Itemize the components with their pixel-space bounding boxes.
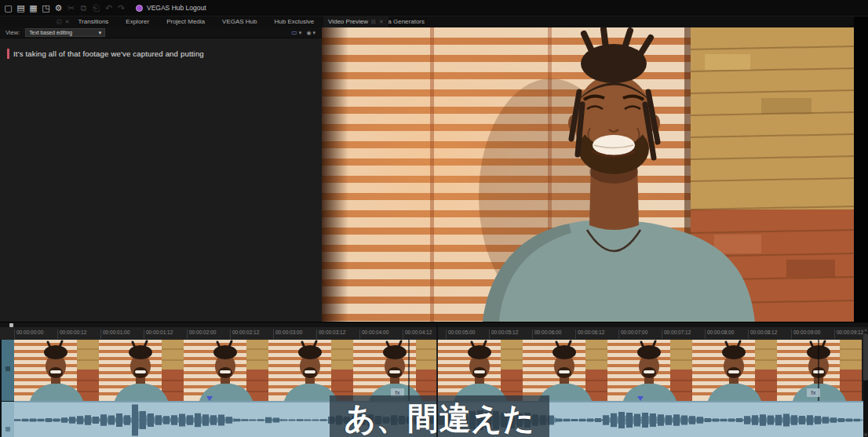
timeline-scrollbar[interactable]: ▲ ▼ bbox=[863, 327, 868, 437]
save-project-icon[interactable]: ▦ bbox=[28, 2, 38, 14]
toolbar-icon-strip: ▢▤▦◳⚙✂⧉⎗↶↷ bbox=[3, 2, 126, 14]
preview-right-gutter bbox=[854, 16, 868, 322]
scroll-up-icon[interactable]: ▲ bbox=[863, 327, 868, 333]
view-mode-dropdown[interactable]: Text based editing ▾ bbox=[25, 28, 105, 37]
vegas-hub-icon bbox=[136, 5, 143, 12]
redo-icon: ↷ bbox=[116, 2, 126, 14]
ruler-tick: 00:00:00:12 bbox=[57, 330, 86, 339]
chevron-down-icon: ▾ bbox=[312, 30, 315, 36]
video-clip-thumbnail[interactable] bbox=[14, 340, 99, 401]
cut-icon: ✂ bbox=[66, 2, 76, 14]
ruler-tick: 00:00:03:00 bbox=[273, 330, 302, 339]
view-bar-actions: ▭ ▾ ◉ ▾ bbox=[291, 29, 315, 36]
vegas-hub-label: VEGAS Hub Logout bbox=[147, 4, 206, 12]
ruler-tick: 00:00:06:00 bbox=[532, 330, 561, 339]
undo-icon: ↶ bbox=[104, 2, 114, 14]
ruler-tick: 00:00:08:12 bbox=[748, 330, 777, 339]
preview-close-icon[interactable]: ✕ bbox=[379, 16, 384, 27]
main-toolbar: ▢▤▦◳⚙✂⧉⎗↶↷ VEGAS Hub Logout bbox=[0, 0, 868, 16]
ruler-tick: 00:00:07:12 bbox=[662, 330, 691, 339]
ruler-tick: 00:00:04:00 bbox=[359, 330, 388, 339]
video-preview-tab-label: Video Preview bbox=[328, 16, 368, 27]
transcript-line[interactable]: It's taking all of that footage we've ca… bbox=[7, 49, 322, 59]
video-clip-thumbnail[interactable] bbox=[523, 340, 607, 401]
playhead-cursor[interactable] bbox=[436, 322, 438, 437]
view-bar: View: Text based editing ▾ ▭ ▾ ◉ ▾ bbox=[0, 27, 322, 38]
panel-tab-row: ◱ ✕ TransitionsExplorerProject MediaVEGA… bbox=[0, 16, 868, 27]
video-clip-thumbnail[interactable] bbox=[184, 340, 268, 401]
ruler-tick: 00:00:00:00 bbox=[14, 330, 43, 339]
video-clip-thumbnail[interactable] bbox=[438, 340, 523, 401]
track-header-column bbox=[0, 340, 14, 437]
tab-vegas-hub[interactable]: VEGAS Hub bbox=[213, 16, 265, 27]
dock-float-icon[interactable]: ◱ bbox=[57, 19, 62, 25]
loop-playback-button[interactable]: ◉ ▾ bbox=[306, 30, 315, 36]
loop-icon: ◉ bbox=[306, 30, 311, 36]
ruler-tick: 00:00:09:00 bbox=[791, 330, 820, 339]
ruler-tick: 00:00:05:12 bbox=[489, 330, 518, 339]
ruler-tick: 00:00:06:12 bbox=[575, 330, 604, 339]
track-button-icon[interactable] bbox=[5, 366, 10, 371]
chevron-down-icon: ▾ bbox=[99, 30, 101, 36]
preview-float-icon[interactable]: ⊟ bbox=[371, 16, 376, 27]
video-track-header[interactable] bbox=[2, 340, 14, 401]
vegas-hub-button[interactable]: VEGAS Hub Logout bbox=[136, 4, 206, 12]
ruler-tick: 00:00:09:12 bbox=[834, 330, 863, 339]
video-clip-thumbnail[interactable] bbox=[692, 340, 777, 401]
video-preview-panel[interactable] bbox=[322, 27, 854, 322]
ruler-tick: 00:00:04:12 bbox=[403, 330, 432, 339]
transcript-text: It's taking all of that footage we've ca… bbox=[13, 49, 204, 58]
open-project-icon[interactable]: ▤ bbox=[16, 2, 26, 14]
ruler-tick: 00:00:03:12 bbox=[316, 330, 345, 339]
ruler-tick: 00:00:01:12 bbox=[144, 330, 173, 339]
ruler-tick: 00:00:08:00 bbox=[705, 330, 734, 339]
timeline-panel[interactable]: 00:00:00:0000:00:00:1200:00:01:0000:00:0… bbox=[0, 322, 868, 437]
ruler-tick: 00:00:02:12 bbox=[230, 330, 259, 339]
view-mode-value: Text based editing bbox=[29, 30, 72, 35]
tab-hub-exclusive[interactable]: Hub Exclusive bbox=[266, 16, 323, 27]
vegas-editor-window: ▢▤▦◳⚙✂⧉⎗↶↷ VEGAS Hub Logout ◱ ✕ Transiti… bbox=[0, 0, 868, 437]
event-marker-icon[interactable] bbox=[637, 396, 644, 401]
audio-track-header[interactable] bbox=[2, 402, 14, 437]
render-as-icon[interactable]: ◳ bbox=[41, 2, 51, 14]
ruler-tick: 00:00:02:00 bbox=[187, 330, 216, 339]
clip-boundary[interactable] bbox=[408, 340, 410, 401]
chevron-down-icon: ▾ bbox=[299, 30, 302, 36]
properties-gear-icon[interactable]: ⚙ bbox=[53, 2, 64, 14]
view-label: View: bbox=[5, 29, 20, 36]
event-marker-icon[interactable] bbox=[206, 396, 213, 401]
tab-project-media[interactable]: Project Media bbox=[158, 16, 213, 27]
new-project-icon[interactable]: ▢ bbox=[3, 2, 13, 14]
panel-corner-icons: ◱ ✕ bbox=[57, 19, 70, 25]
ruler-tick: 00:00:01:00 bbox=[100, 330, 129, 339]
tab-video-preview[interactable]: Video Preview ⊟ ✕ bbox=[323, 16, 388, 27]
scroll-down-icon[interactable]: ▼ bbox=[863, 432, 868, 437]
tab-transitions[interactable]: Transitions bbox=[70, 16, 118, 27]
fx-badge[interactable]: fx bbox=[807, 388, 820, 397]
preview-frame bbox=[322, 27, 854, 322]
display-device-icon: ▭ bbox=[291, 29, 297, 36]
scrollbar-handle[interactable] bbox=[863, 333, 868, 381]
text-cursor bbox=[7, 49, 9, 59]
ruler-tick: 00:00:05:00 bbox=[446, 330, 475, 339]
copy-icon: ⧉ bbox=[78, 2, 89, 14]
paste-icon: ⎗ bbox=[91, 2, 101, 14]
text-editing-panel: View: Text based editing ▾ ▭ ▾ ◉ ▾ It's … bbox=[0, 27, 322, 322]
video-clip-thumbnail[interactable] bbox=[99, 340, 184, 401]
timeline-ruler[interactable]: 00:00:00:0000:00:00:1200:00:01:0000:00:0… bbox=[0, 327, 863, 340]
tab-explorer[interactable]: Explorer bbox=[117, 16, 158, 27]
video-clip-thumbnail[interactable] bbox=[607, 340, 692, 401]
track-button-icon[interactable] bbox=[5, 427, 10, 432]
video-clip-thumbnail[interactable] bbox=[268, 340, 353, 401]
ruler-tick: 00:00:07:00 bbox=[618, 330, 647, 339]
preview-device-button[interactable]: ▭ ▾ bbox=[291, 29, 301, 36]
video-track[interactable]: fxfx bbox=[14, 340, 863, 401]
subtitle-text: あ、間違えた bbox=[345, 402, 535, 437]
subtitle-text-event[interactable]: あ、間違えた bbox=[330, 395, 549, 437]
